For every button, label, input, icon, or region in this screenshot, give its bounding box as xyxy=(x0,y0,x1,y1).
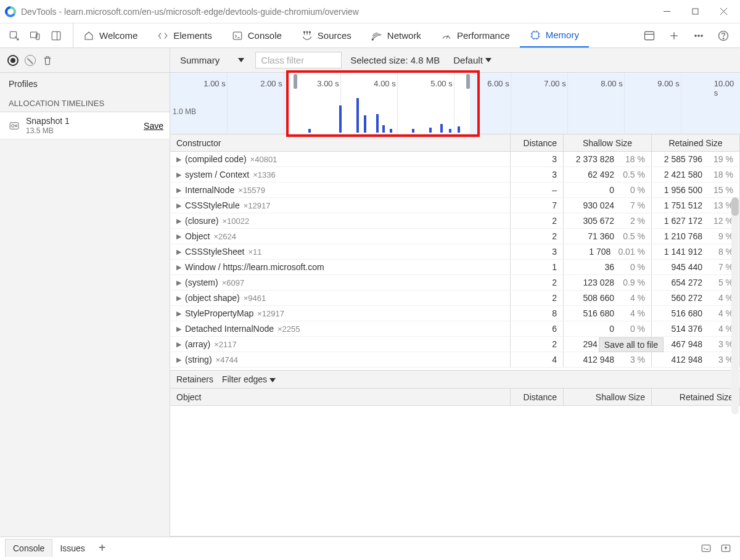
svg-point-32 xyxy=(723,38,723,38)
window-minimize-button[interactable] xyxy=(652,1,681,23)
summary-label: Summary xyxy=(180,55,220,65)
snapshot-save-link[interactable]: Save xyxy=(144,121,163,131)
col-retained[interactable]: Retained Size xyxy=(652,134,740,151)
distance-cell: 2 xyxy=(511,213,564,228)
svg-rect-7 xyxy=(52,31,60,40)
table-row[interactable]: ▶InternalNode ×15579–00 %1 956 50015 % xyxy=(170,183,740,198)
more-icon[interactable] xyxy=(688,25,709,46)
timeline-tick: 7.00 s xyxy=(544,79,565,88)
class-filter-input[interactable]: Class filter xyxy=(255,52,342,68)
distance-cell: 2 xyxy=(511,229,564,244)
col-distance[interactable]: Distance xyxy=(511,389,564,405)
retained-pct: 9 % xyxy=(710,231,733,241)
timeline-handle-right[interactable] xyxy=(466,74,470,89)
summary-select[interactable]: Summary xyxy=(175,52,249,68)
constructor-count: ×1336 xyxy=(253,170,276,179)
footer-add-tab[interactable]: + xyxy=(92,541,112,555)
table-row[interactable]: ▶CSSStyleSheet ×1131 7080.01 %1 141 9128… xyxy=(170,244,740,260)
filter-edges-select[interactable]: Filter edges xyxy=(222,374,276,384)
col-retained[interactable]: Retained Size xyxy=(652,389,740,405)
retained-size: 467 948 xyxy=(668,339,702,349)
table-row[interactable]: ▶(object shape) ×94612508 6604 %560 2724… xyxy=(170,290,740,306)
expand-drawer-icon[interactable] xyxy=(720,543,731,554)
delete-icon[interactable] xyxy=(42,55,53,66)
table-row[interactable]: ▶(string) ×47444412 9483 %412 9483 % xyxy=(170,352,740,368)
command-menu-icon[interactable] xyxy=(701,543,712,554)
constructor-count: ×40801 xyxy=(250,155,278,164)
tab-performance[interactable]: Performance xyxy=(431,23,520,47)
svg-point-34 xyxy=(12,124,15,127)
col-constructor[interactable]: Constructor xyxy=(170,134,511,151)
distance-cell: 3 xyxy=(511,244,564,259)
add-tab-icon[interactable] xyxy=(664,25,684,46)
timeline-tick: 10.00 s xyxy=(714,79,734,97)
tab-network[interactable]: Network xyxy=(361,23,431,47)
shallow-pct: 0.5 % xyxy=(622,231,645,241)
table-row[interactable]: ▶CSSStyleRule ×129177930 0247 %1 751 512… xyxy=(170,198,740,213)
retained-pct: 15 % xyxy=(710,185,733,195)
tab-welcome[interactable]: Welcome xyxy=(73,23,147,47)
table-row[interactable]: ▶(system) ×60972123 0280.9 %654 2725 % xyxy=(170,275,740,290)
inspect-icon[interactable] xyxy=(4,25,25,46)
retained-size: 560 272 xyxy=(668,293,702,303)
disclosure-icon: ▶ xyxy=(176,217,181,225)
clear-icon[interactable] xyxy=(25,55,36,66)
disclosure-icon: ▶ xyxy=(176,248,181,256)
distance-cell: 2 xyxy=(511,337,564,352)
svg-rect-1 xyxy=(693,9,698,14)
save-all-button[interactable]: Save all to file xyxy=(599,337,664,352)
footer-tab-console[interactable]: Console xyxy=(5,539,52,557)
timeline-tick: 3.00 s xyxy=(317,79,339,88)
retained-pct: 5 % xyxy=(710,278,733,287)
col-shallow[interactable]: Shallow Size xyxy=(564,134,652,151)
retained-size: 1 627 172 xyxy=(664,216,702,226)
table-row[interactable]: ▶Object ×2624271 3600.5 %1 210 7689 % xyxy=(170,229,740,244)
tab-elements-label: Elements xyxy=(173,30,212,41)
tab-memory[interactable]: Memory xyxy=(520,23,589,47)
timeline-tick: 8.00 s xyxy=(601,79,622,88)
tab-elements[interactable]: Elements xyxy=(147,23,222,47)
table-row[interactable]: ▶Window / https://learn.microsoft.com 13… xyxy=(170,260,740,275)
tab-sources-label: Sources xyxy=(318,30,352,41)
window-maximize-button[interactable] xyxy=(681,1,709,23)
timeline-handle-left[interactable] xyxy=(294,74,297,89)
window-close-button[interactable] xyxy=(709,1,738,23)
shallow-size: 412 948 xyxy=(580,355,614,364)
filter-edges-label: Filter edges xyxy=(222,374,267,384)
allocation-timeline[interactable]: 1.00 s 2.00 s 3.00 s 4.00 s 5.00 s 6.00 … xyxy=(170,73,740,134)
record-icon[interactable] xyxy=(7,55,18,66)
snapshot-item[interactable]: Snapshot 1 13.5 MB Save xyxy=(0,112,170,139)
shallow-pct: 18 % xyxy=(622,154,645,164)
svg-point-13 xyxy=(372,38,373,39)
snapshot-name: Snapshot 1 xyxy=(26,116,70,126)
scrollbar-thumb[interactable] xyxy=(731,197,739,216)
shallow-pct: 0.5 % xyxy=(622,170,645,179)
window-title: DevTools - learn.microsoft.com/en-us/mic… xyxy=(21,7,359,17)
svg-point-28 xyxy=(695,35,697,36)
table-row[interactable]: ▶(compiled code) ×4080132 373 82818 %2 5… xyxy=(170,152,740,167)
retained-size: 945 440 xyxy=(668,262,702,272)
table-row[interactable]: ▶Detached InternalNode ×2255600 %514 376… xyxy=(170,321,740,337)
table-row[interactable]: ▶StylePropertyMap ×129178516 6804 %516 6… xyxy=(170,306,740,321)
footer-tab-issues[interactable]: Issues xyxy=(52,540,92,557)
shallow-pct: 0 % xyxy=(622,185,645,195)
retainers-label[interactable]: Retainers xyxy=(176,374,213,384)
device-mode-icon[interactable] xyxy=(25,25,46,46)
col-distance[interactable]: Distance xyxy=(511,134,564,151)
panel-layout-icon[interactable] xyxy=(639,25,660,46)
svg-point-35 xyxy=(15,125,17,126)
table-row[interactable]: ▶system / Context ×1336362 4920.5 %2 421… xyxy=(170,167,740,183)
tab-console[interactable]: Console xyxy=(222,23,292,47)
retained-pct: 4 % xyxy=(710,293,733,303)
distance-cell: 8 xyxy=(511,306,564,321)
disclosure-icon: ▶ xyxy=(176,155,181,163)
dock-icon[interactable] xyxy=(46,25,67,46)
col-object[interactable]: Object xyxy=(170,389,511,405)
retained-size: 2 421 580 xyxy=(664,170,702,179)
table-row[interactable]: ▶(closure) ×100222305 6722 %1 627 17212 … xyxy=(170,213,740,229)
default-select[interactable]: Default xyxy=(448,52,496,68)
constructor-table-header: Constructor Distance Shallow Size Retain… xyxy=(170,134,740,152)
tab-sources[interactable]: Sources xyxy=(292,23,361,47)
col-shallow[interactable]: Shallow Size xyxy=(564,389,652,405)
help-icon[interactable] xyxy=(713,25,734,46)
